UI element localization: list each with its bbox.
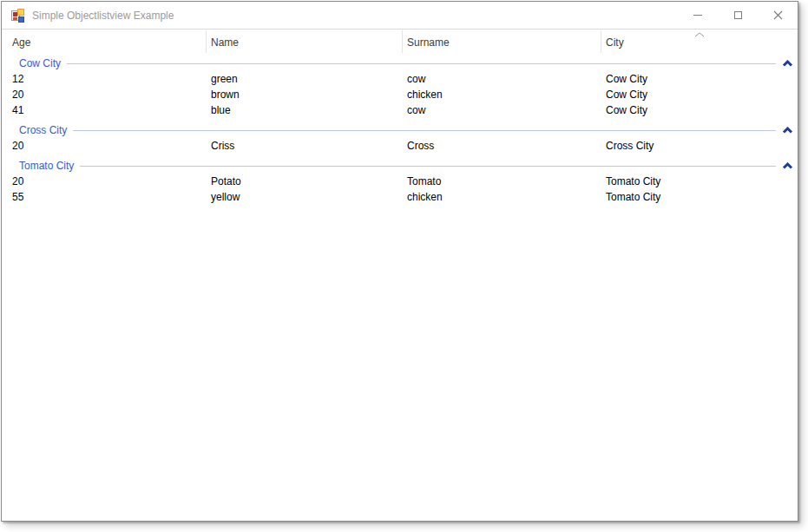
- cell-name: Criss: [207, 140, 403, 152]
- cell-age: 20: [2, 89, 207, 101]
- column-header-city-label: City: [606, 36, 624, 49]
- app-icon-yellow-square: [17, 9, 24, 16]
- column-header-surname-label: Surname: [407, 36, 450, 49]
- sort-ascending-icon: [694, 32, 705, 37]
- cell-surname: Cross: [403, 140, 601, 152]
- cell-age: 55: [2, 191, 207, 203]
- group-divider-line: [80, 166, 776, 167]
- column-header-surname[interactable]: Surname: [403, 30, 601, 53]
- table-row[interactable]: 12 green cow Cow City: [2, 71, 798, 87]
- column-header-city[interactable]: City: [601, 30, 798, 53]
- titlebar[interactable]: Simple Objectlistview Example: [2, 2, 798, 30]
- column-header-age-label: Age: [12, 36, 30, 49]
- cell-age: 20: [2, 175, 207, 187]
- cell-city: Tomato City: [601, 191, 798, 203]
- cell-surname: cow: [403, 73, 601, 85]
- cell-surname: chicken: [403, 191, 601, 203]
- caption-buttons: [678, 2, 798, 29]
- cell-name: blue: [207, 104, 403, 116]
- cell-city: Cross City: [601, 140, 798, 152]
- cell-surname: chicken: [403, 89, 601, 101]
- cell-city: Cow City: [601, 73, 798, 85]
- maximize-icon: [734, 11, 742, 19]
- collapse-group-icon[interactable]: [782, 127, 793, 134]
- group-label: Cow City: [19, 57, 61, 69]
- column-header-name-label: Name: [211, 36, 239, 49]
- close-icon: [773, 10, 783, 20]
- group-header[interactable]: Cow City: [2, 56, 798, 71]
- cell-age: 12: [2, 73, 207, 85]
- cell-name: green: [207, 73, 403, 85]
- group-divider-line: [67, 63, 776, 64]
- cell-surname: cow: [403, 104, 601, 116]
- table-row[interactable]: 20 Potato Tomato Tomato City: [2, 174, 798, 189]
- window-title: Simple Objectlistview Example: [32, 10, 174, 22]
- cell-city: Cow City: [601, 104, 798, 116]
- column-header-name[interactable]: Name: [207, 30, 403, 53]
- app-window: Simple Objectlistview Example Age Name: [1, 1, 798, 522]
- app-icon-blue-square: [18, 16, 24, 23]
- table-row[interactable]: 20 Criss Cross Cross City: [2, 138, 798, 154]
- cell-name: Potato: [207, 175, 403, 187]
- table-row[interactable]: 55 yellow chicken Tomato City: [2, 189, 798, 205]
- minimize-button[interactable]: [678, 2, 718, 29]
- app-icon[interactable]: [11, 9, 25, 23]
- app-icon-red-strip: [13, 17, 17, 20]
- group-header[interactable]: Tomato City: [2, 158, 798, 174]
- group-header[interactable]: Cross City: [2, 122, 798, 138]
- minimize-icon: [693, 15, 702, 16]
- cell-name: yellow: [207, 191, 403, 203]
- cell-city: Cow City: [601, 89, 798, 101]
- collapse-group-icon[interactable]: [782, 162, 793, 169]
- group-label: Cross City: [19, 124, 67, 136]
- collapse-group-icon[interactable]: [782, 60, 793, 67]
- cell-surname: Tomato: [403, 175, 601, 187]
- group-divider-line: [73, 130, 776, 131]
- group-label: Tomato City: [19, 160, 74, 172]
- objectlistview: Age Name Surname City Cow City: [2, 30, 798, 521]
- column-header-row: Age Name Surname City: [2, 30, 798, 53]
- column-header-age[interactable]: Age: [2, 30, 207, 53]
- cell-name: brown: [207, 89, 403, 101]
- cell-age: 41: [2, 104, 207, 116]
- close-button[interactable]: [758, 2, 798, 29]
- maximize-button[interactable]: [718, 2, 758, 29]
- table-row[interactable]: 41 blue cow Cow City: [2, 102, 798, 118]
- cell-city: Tomato City: [601, 175, 798, 187]
- table-row[interactable]: 20 brown chicken Cow City: [2, 87, 798, 102]
- cell-age: 20: [2, 140, 207, 152]
